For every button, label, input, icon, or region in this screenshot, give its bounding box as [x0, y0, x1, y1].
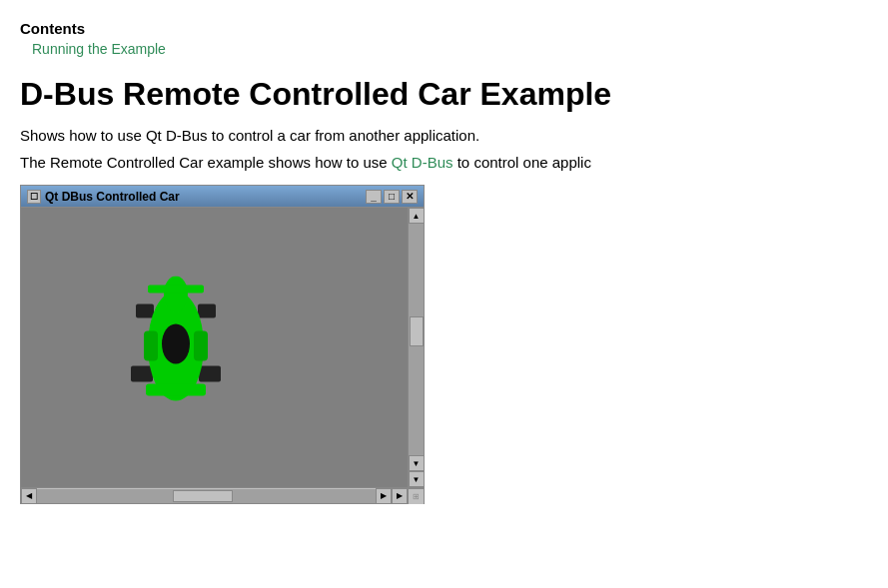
- qt-window-icon: ☐: [27, 190, 41, 204]
- page-subtitle: Shows how to use Qt D-Bus to control a c…: [20, 127, 868, 144]
- qt-vscrollbar: ▲ ▼ ▼: [408, 208, 424, 487]
- qt-window: ☐ Qt DBus Controlled Car _ □ ✕: [20, 185, 425, 504]
- qt-minimize-button[interactable]: _: [366, 190, 382, 204]
- qt-titlebar-buttons: _ □ ✕: [366, 190, 418, 204]
- qt-resize-corner[interactable]: ⊞: [408, 488, 424, 504]
- contents-section: Contents Running the Example: [20, 20, 868, 57]
- vscroll-thumb[interactable]: [410, 316, 424, 346]
- rear-right-wheel: [199, 366, 221, 382]
- scroll-down-button[interactable]: ▼: [409, 455, 425, 471]
- vscroll-track: [409, 224, 424, 455]
- scroll-up-button[interactable]: ▲: [409, 208, 425, 224]
- qt-maximize-button[interactable]: □: [384, 190, 400, 204]
- qt-canvas: [21, 208, 408, 487]
- contents-heading: Contents: [20, 20, 868, 37]
- scroll-right-button[interactable]: ▶: [376, 488, 392, 504]
- qt-titlebar: ☐ Qt DBus Controlled Car _ □ ✕: [21, 186, 424, 208]
- qt-content-area: ▲ ▼ ▼ ◀ ▶ ▶ ⊞: [21, 208, 424, 503]
- description-suffix: to control one applic: [453, 154, 591, 171]
- qt-dbus-link[interactable]: Qt D-Bus: [392, 154, 453, 171]
- car-nose: [164, 277, 188, 312]
- car-left-pod: [144, 331, 158, 361]
- page-description: The Remote Controlled Car example shows …: [20, 154, 868, 171]
- hscroll-track: [37, 489, 376, 503]
- running-example-link[interactable]: Running the Example: [20, 41, 868, 57]
- rear-left-wheel: [131, 366, 153, 382]
- description-prefix: The Remote Controlled Car example shows …: [20, 154, 392, 171]
- page-title: D-Bus Remote Controlled Car Example: [20, 75, 868, 113]
- car-container: [126, 277, 226, 419]
- car-rear-wing: [148, 286, 204, 294]
- race-car-svg: [126, 277, 226, 416]
- front-left-wheel: [136, 304, 154, 318]
- qt-close-button[interactable]: ✕: [402, 190, 418, 204]
- qt-hscrollbar: ◀ ▶ ▶: [21, 488, 408, 503]
- front-right-wheel: [198, 304, 216, 318]
- qt-inner: ▲ ▼ ▼: [21, 208, 424, 487]
- hscroll-thumb[interactable]: [173, 490, 233, 502]
- qt-titlebar-left: ☐ Qt DBus Controlled Car: [27, 190, 180, 204]
- scroll-right-button2[interactable]: ▶: [392, 488, 408, 504]
- scroll-left-button[interactable]: ◀: [21, 488, 37, 504]
- qt-hscrollbar-row: ◀ ▶ ▶ ⊞: [21, 487, 424, 503]
- qt-window-title: Qt DBus Controlled Car: [45, 190, 180, 204]
- car-front-wing: [146, 384, 206, 396]
- car-right-pod: [194, 331, 208, 361]
- scroll-down-button2[interactable]: ▼: [409, 471, 425, 487]
- car-cockpit: [162, 324, 190, 364]
